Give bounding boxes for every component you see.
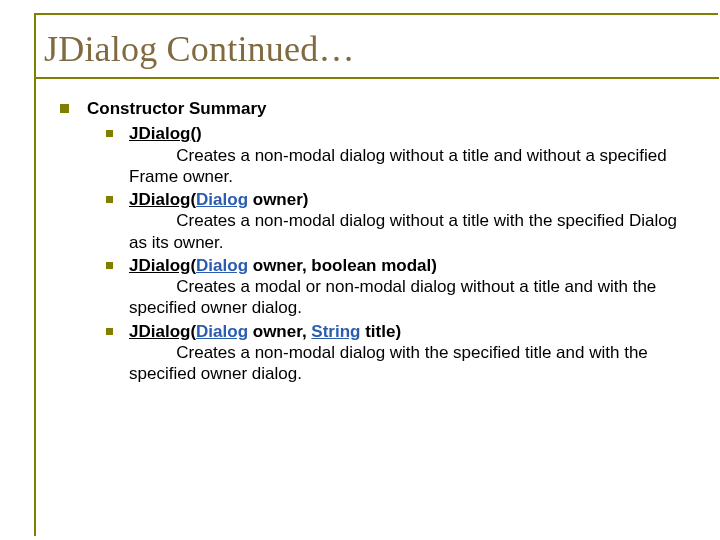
content-area: Constructor Summary JDialog() Creates a …	[60, 98, 695, 386]
constructor-description: Creates a non-modal dialog without a tit…	[129, 145, 695, 188]
constructor-signature: JDialog(Dialog owner, boolean modal)	[129, 255, 695, 276]
heading-row: Constructor Summary	[60, 98, 695, 119]
constructor-description: Creates a non-modal dialog with the spec…	[129, 342, 695, 385]
list-item: JDialog(Dialog owner, String title) Crea…	[106, 321, 695, 385]
item-body: JDialog(Dialog owner) Creates a non-moda…	[129, 189, 695, 253]
list-item: JDialog(Dialog owner) Creates a non-moda…	[106, 189, 695, 253]
constructor-description: Creates a modal or non-modal dialog with…	[129, 276, 695, 319]
bullet-icon	[60, 104, 69, 113]
bullet-icon	[106, 262, 113, 269]
bullet-icon	[106, 130, 113, 137]
constructor-signature: JDialog(Dialog owner, String title)	[129, 321, 695, 342]
slide-title: JDialog Continued…	[44, 28, 355, 70]
section-heading: Constructor Summary	[87, 98, 266, 119]
constructor-signature: JDialog(Dialog owner)	[129, 189, 695, 210]
constructor-signature: JDialog()	[129, 123, 695, 144]
title-underline	[36, 77, 719, 79]
bullet-icon	[106, 328, 113, 335]
item-body: JDialog(Dialog owner, String title) Crea…	[129, 321, 695, 385]
constructor-description: Creates a non-modal dialog without a tit…	[129, 210, 695, 253]
list-item: JDialog() Creates a non-modal dialog wit…	[106, 123, 695, 187]
constructor-list: JDialog() Creates a non-modal dialog wit…	[106, 123, 695, 384]
item-body: JDialog() Creates a non-modal dialog wit…	[129, 123, 695, 187]
bullet-icon	[106, 196, 113, 203]
list-item: JDialog(Dialog owner, boolean modal) Cre…	[106, 255, 695, 319]
frame-left-line	[34, 13, 36, 536]
frame-top-line	[34, 13, 718, 15]
item-body: JDialog(Dialog owner, boolean modal) Cre…	[129, 255, 695, 319]
